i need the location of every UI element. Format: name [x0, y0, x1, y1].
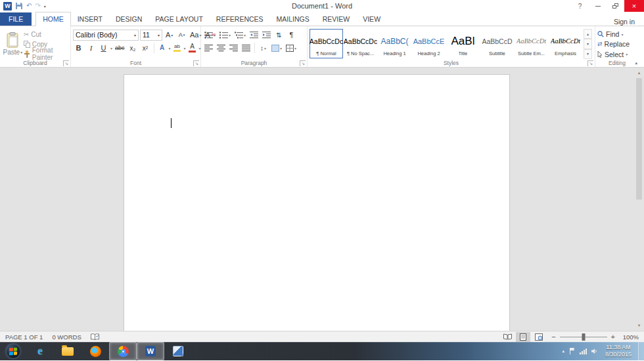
taskbar-firefox[interactable] [81, 342, 109, 360]
start-button[interactable] [0, 342, 26, 360]
tab-home[interactable]: HOME [35, 12, 71, 26]
taskbar-clock[interactable]: 11:38 AM 8/30/2015 [603, 344, 634, 358]
zoom-slider[interactable] [560, 337, 607, 337]
taskbar-chrome[interactable] [109, 342, 137, 360]
style-heading2[interactable]: AaBbCcE Heading 2 [412, 29, 446, 58]
text-effects-dropdown-icon[interactable]: ▾ [169, 46, 171, 51]
font-family-combo[interactable]: Calibri (Body) ▾ [73, 30, 139, 41]
style-heading1[interactable]: AaBbC( Heading 1 [378, 29, 411, 58]
clipboard-dialog-launcher-icon[interactable]: ↘ [63, 60, 69, 66]
bold-button[interactable]: B [73, 42, 84, 54]
find-button[interactable]: Find ▾ [597, 30, 630, 39]
volume-icon[interactable] [591, 348, 598, 354]
shrink-font-button[interactable]: A▾ [176, 29, 187, 41]
scroll-up-icon[interactable]: ▴ [638, 69, 641, 77]
zoom-out-button[interactable]: − [551, 333, 555, 341]
undo-icon[interactable]: ↶ [26, 3, 32, 9]
style-subtle-emphasis[interactable]: AaBbCcDt Subtle Em... [515, 29, 548, 58]
page-indicator[interactable]: PAGE 1 OF 1 [5, 333, 43, 341]
tab-review[interactable]: REVIEW [316, 12, 356, 26]
minimize-button[interactable] [589, 0, 607, 12]
word-count[interactable]: 0 WORDS [52, 333, 81, 341]
subscript-button[interactable]: x₂ [127, 42, 139, 54]
styles-scroll-up-icon[interactable]: ▴ [584, 29, 592, 39]
show-hidden-icons-icon[interactable]: ▴ [562, 349, 564, 354]
decrease-indent-button[interactable] [248, 29, 260, 41]
taskbar-media-app[interactable] [164, 342, 192, 360]
tab-insert[interactable]: INSERT [71, 12, 109, 26]
format-painter-button[interactable]: Format Painter [24, 49, 68, 58]
tab-mailings[interactable]: MAILINGS [270, 12, 316, 26]
zoom-in-button[interactable]: + [611, 333, 615, 341]
align-left-button[interactable] [203, 42, 214, 54]
vertical-scrollbar[interactable]: ▴ ▾ [635, 69, 643, 329]
style-no-spacing[interactable]: AaBbCcDc ¶ No Spac... [344, 29, 377, 58]
zoom-level[interactable]: 100% [620, 333, 639, 341]
scrollbar-thumb[interactable] [636, 78, 642, 200]
style-title[interactable]: AaBl Title [446, 29, 480, 58]
style-subtitle[interactable]: AaBbCcD Subtitle [480, 29, 514, 58]
highlight-button[interactable]: ab [172, 42, 183, 54]
styles-dialog-launcher-icon[interactable]: ↘ [587, 60, 593, 66]
network-icon[interactable] [580, 349, 587, 354]
action-center-icon[interactable] [569, 348, 575, 354]
highlight-dropdown-icon[interactable]: ▾ [184, 46, 186, 51]
grow-font-button[interactable]: A▴ [164, 29, 175, 41]
style-emphasis[interactable]: AaBbCcDt Emphasis [549, 29, 582, 58]
show-hide-pilcrow-button[interactable]: ¶ [286, 29, 297, 41]
styles-more-icon[interactable]: ▾ [584, 49, 592, 59]
font-color-button[interactable]: A [187, 42, 198, 54]
web-layout-button[interactable] [532, 332, 546, 342]
tab-references[interactable]: REFERENCES [210, 12, 270, 26]
scrollbar-track[interactable] [635, 77, 643, 322]
taskbar-file-explorer[interactable] [54, 342, 81, 360]
bullets-button[interactable]: ▾ [203, 29, 217, 41]
zoom-slider-thumb[interactable] [582, 333, 585, 341]
print-layout-button[interactable] [516, 332, 530, 342]
tab-view[interactable]: VIEW [356, 12, 387, 26]
font-size-combo[interactable]: 11 ▾ [140, 30, 162, 41]
tab-design[interactable]: DESIGN [109, 12, 149, 26]
save-icon[interactable] [15, 2, 23, 10]
font-dialog-launcher-icon[interactable]: ↘ [193, 60, 199, 66]
align-center-button[interactable] [216, 42, 227, 54]
proofing-icon[interactable] [91, 333, 99, 341]
multilevel-list-button[interactable]: ▾ [233, 29, 247, 41]
underline-dropdown-icon[interactable]: ▾ [110, 46, 112, 51]
select-button[interactable]: Select ▾ [597, 50, 630, 59]
show-desktop-button[interactable] [638, 342, 644, 360]
styles-scroll-down-icon[interactable]: ▾ [584, 39, 592, 49]
word-app-icon[interactable]: W [3, 2, 12, 11]
customize-qat-icon[interactable]: ▾ [44, 4, 46, 9]
restore-button[interactable] [607, 0, 624, 12]
superscript-button[interactable]: x² [140, 42, 151, 54]
increase-indent-button[interactable] [261, 29, 272, 41]
style-normal[interactable]: AaBbCcDc ¶ Normal [310, 29, 343, 58]
read-mode-button[interactable] [500, 332, 515, 342]
sign-in-link[interactable]: Sign in [614, 18, 644, 26]
numbering-button[interactable]: ▾ [218, 29, 232, 41]
line-spacing-button[interactable]: ↕▾ [258, 42, 269, 54]
text-effects-button[interactable]: A [157, 42, 168, 54]
strikethrough-button[interactable]: abc [114, 42, 126, 54]
cut-button[interactable]: ✂ Cut [24, 30, 68, 39]
tab-page-layout[interactable]: PAGE LAYOUT [149, 12, 210, 26]
sort-button[interactable]: ⇅ [273, 29, 285, 41]
taskbar-word[interactable]: W [137, 342, 164, 360]
italic-button[interactable]: I [85, 42, 97, 54]
tab-file[interactable]: FILE [0, 12, 32, 26]
close-button[interactable]: × [624, 0, 644, 12]
align-right-button[interactable] [228, 42, 239, 54]
paste-button[interactable]: Paste▾ [2, 28, 24, 59]
replace-button[interactable]: ⇄ Replace [597, 39, 630, 49]
help-button[interactable]: ? [571, 0, 589, 12]
document-page[interactable] [124, 74, 510, 331]
underline-button[interactable]: U [98, 42, 109, 54]
collapse-ribbon-icon[interactable]: ▴ [635, 60, 637, 66]
taskbar-internet-explorer[interactable]: e [26, 342, 54, 360]
shading-button[interactable]: ▾ [270, 42, 283, 54]
borders-button[interactable]: ▾ [285, 42, 298, 54]
paragraph-dialog-launcher-icon[interactable]: ↘ [300, 60, 306, 66]
justify-button[interactable] [241, 42, 252, 54]
redo-icon[interactable]: ↷ [35, 3, 40, 9]
